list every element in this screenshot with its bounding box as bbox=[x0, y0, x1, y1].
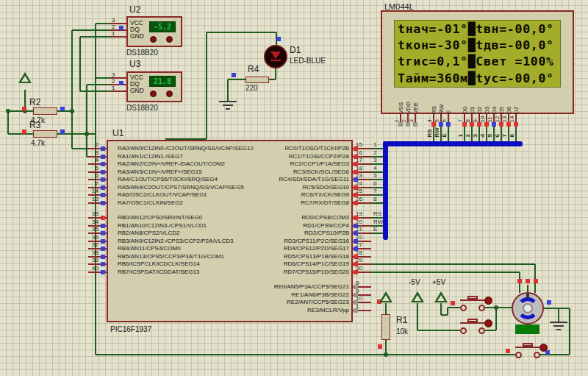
pin-state-marker bbox=[60, 130, 65, 134]
lcd-wire-label: RS bbox=[426, 123, 433, 138]
lcd-wire-label: 1 bbox=[457, 123, 464, 138]
u1-ref: U1 bbox=[112, 128, 123, 138]
push-button-1-terminal[interactable] bbox=[460, 305, 467, 311]
mcu-pin-number: 37 bbox=[79, 241, 98, 248]
u3-decrement-button[interactable] bbox=[166, 91, 173, 97]
pin-state-marker bbox=[451, 301, 455, 305]
r1-body[interactable] bbox=[381, 314, 390, 340]
ground-icon bbox=[223, 104, 233, 106]
u2-part: DS18B20 bbox=[126, 49, 158, 57]
pin-state-marker bbox=[119, 81, 123, 85]
motor-indicator bbox=[515, 324, 539, 334]
push-button-1-actuator[interactable] bbox=[484, 297, 492, 305]
mcu-pin-number: 38 bbox=[79, 249, 98, 256]
push-button-3-terminal[interactable] bbox=[515, 352, 522, 358]
push-button-1-terminal[interactable] bbox=[478, 305, 485, 311]
mcu-pin-number: 14 bbox=[79, 188, 98, 194]
pin-state-marker bbox=[354, 308, 358, 313]
ground-icon bbox=[553, 325, 564, 327]
wire-segment bbox=[519, 285, 520, 293]
u3-pin-gnd: GND bbox=[130, 88, 144, 94]
mcu-pin-number: 7 bbox=[79, 180, 98, 187]
pin-state-marker bbox=[276, 37, 281, 41]
mcu-pin-number: 13 bbox=[79, 196, 98, 202]
mcu-pin-name: RD5/CPS13/P1B/SEG18 bbox=[184, 253, 349, 260]
mcu-pin-number: 33 bbox=[79, 210, 98, 217]
wire-segment bbox=[527, 285, 528, 293]
pin-state-marker bbox=[22, 130, 26, 134]
r4-body[interactable] bbox=[245, 77, 269, 83]
pin-state-marker bbox=[413, 122, 417, 127]
r1-ref: R1 bbox=[396, 315, 407, 325]
lcd-pin-number: 12 bbox=[494, 108, 501, 123]
push-button-2-bar bbox=[460, 322, 484, 324]
wire-net-label: RW bbox=[373, 219, 383, 225]
mcu-pin-name: RC0/T1OSO/T1CKI/P2B bbox=[184, 145, 349, 152]
r3-body[interactable] bbox=[33, 130, 57, 138]
wire-net-label: 7 bbox=[373, 188, 376, 194]
mcu-pin-name: RD4/CPS12/P2D/SEG17 bbox=[184, 245, 349, 252]
push-button-2-terminal[interactable] bbox=[460, 327, 467, 334]
wire-segment bbox=[96, 77, 110, 79]
junction-dot bbox=[85, 132, 89, 136]
mcu-pin-name: RC4/SDI/SDA/T1G/SEG11 bbox=[184, 176, 349, 182]
pin-state-marker bbox=[101, 177, 105, 182]
push-button-1-bar bbox=[460, 299, 484, 301]
motor-notch bbox=[526, 294, 529, 298]
pin-state-marker bbox=[60, 107, 65, 111]
led-d1[interactable] bbox=[264, 45, 287, 68]
u2-ref: U2 bbox=[129, 4, 140, 15]
u2-decrement-button[interactable] bbox=[166, 36, 173, 43]
wire-segment bbox=[544, 308, 570, 309]
mcu-pin-number: 39 bbox=[79, 257, 98, 263]
push-button-2-terminal[interactable] bbox=[478, 327, 485, 334]
wire-segment bbox=[417, 330, 460, 331]
u2-increment-button[interactable] bbox=[150, 36, 157, 43]
wire-net-label: 6 bbox=[373, 180, 376, 187]
mcu-pin-name: RC6/TX/CK/SEG9 bbox=[184, 191, 349, 198]
push-button-2-actuator[interactable] bbox=[484, 319, 492, 327]
u3-temperature-display: 21.8 bbox=[149, 76, 176, 87]
push-button-3-actuator[interactable] bbox=[539, 344, 548, 352]
lcd-pin-number: 7 bbox=[457, 108, 464, 123]
lcd-screen: tнач=-01°█tвн=-00,0° tкон=-30°█tдв=-00,0… bbox=[394, 20, 561, 88]
wire-segment bbox=[96, 23, 110, 24]
wire-net-label: 5 bbox=[373, 172, 376, 179]
wire-segment bbox=[558, 308, 559, 322]
motor[interactable] bbox=[512, 292, 544, 324]
lcd-pin-number: 6 bbox=[441, 108, 448, 123]
pin-state-marker bbox=[101, 231, 105, 235]
pin-state-marker bbox=[101, 193, 105, 197]
neg5v-label: -5V bbox=[409, 278, 420, 286]
mcu-pin-name: RE0/AN5/P3A/CCP3/SEG21 bbox=[184, 283, 349, 290]
mcu-pin-name: RB2/AN8/CPS2/VLCD2 bbox=[118, 230, 179, 236]
mcu-pin-name: RD3/CPS11/P2C/SEG16 bbox=[184, 238, 349, 244]
wire-net-label: 1 bbox=[373, 141, 376, 148]
u2-temperature-display: -5.2 bbox=[149, 21, 176, 32]
pin-state-marker bbox=[101, 270, 105, 274]
wire-segment bbox=[534, 285, 536, 293]
pos5v-label: +5V bbox=[432, 278, 445, 286]
pin-state-marker bbox=[506, 349, 510, 353]
lcd-pin-number: 9 bbox=[472, 108, 478, 123]
push-button-2-plunger bbox=[467, 319, 478, 322]
lcd-pin-number: 3 bbox=[408, 108, 415, 123]
wire-segment bbox=[440, 303, 442, 315]
r2-body[interactable] bbox=[33, 107, 57, 115]
pin-state-marker bbox=[354, 270, 358, 274]
ground-icon bbox=[226, 108, 230, 110]
lcd-line-1: tнач=-01°█tвн=-00,0° bbox=[398, 21, 557, 38]
pin-state-marker bbox=[354, 201, 358, 205]
u3-ref: U3 bbox=[129, 59, 140, 69]
wire-net-label: 4 bbox=[373, 165, 376, 171]
mcu-pin-number: 34 bbox=[79, 219, 98, 225]
mcu-pin-number: 3 bbox=[79, 149, 98, 156]
wire-segment bbox=[79, 37, 81, 91]
pin-state-marker bbox=[119, 26, 123, 30]
pin-state-marker bbox=[101, 255, 105, 259]
push-button-3-terminal[interactable] bbox=[534, 352, 540, 358]
mcu-pin-name: RE2/AN7/CCP5/SEG23 bbox=[184, 299, 349, 305]
pin-state-marker bbox=[398, 122, 403, 127]
pin-state-marker bbox=[406, 122, 410, 127]
u3-increment-button[interactable] bbox=[150, 91, 157, 97]
